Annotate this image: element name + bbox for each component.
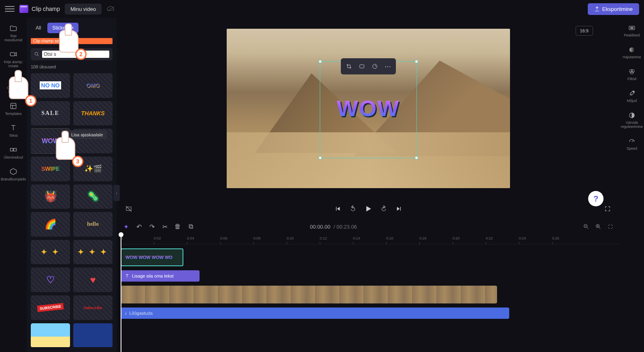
ruler-tick: 0:04 xyxy=(187,236,194,240)
tracks: WOW WOW WOW WO Lisage siia oma tekst ♪ L… xyxy=(117,244,620,323)
preview-canvas[interactable]: WOW xyxy=(227,29,510,188)
svg-point-9 xyxy=(35,52,38,55)
sticker-item[interactable]: ♡ xyxy=(31,267,70,292)
ruler-tick: 0:10 xyxy=(287,236,294,240)
rail-transitions[interactable]: Üleminekud xyxy=(2,146,25,159)
clip-audio[interactable]: ♪ Lõõgastuda xyxy=(121,307,509,319)
duplicate-icon[interactable]: ⧉ xyxy=(187,223,194,230)
filter-icon xyxy=(628,68,635,75)
rail-fade[interactable]: Hajutamine xyxy=(623,46,641,59)
brand-icon xyxy=(9,168,17,176)
zoom-in-icon[interactable] xyxy=(595,223,602,230)
captions-icon: CC xyxy=(628,24,635,32)
redo-icon[interactable]: ↷ xyxy=(148,223,155,230)
project-name-input[interactable]: Minu video xyxy=(65,4,102,15)
rail-color[interactable]: Värvide reguleerimine xyxy=(620,112,644,129)
sticker-item[interactable]: ✦ ✦ xyxy=(31,240,70,265)
ruler-tick: 0:18 xyxy=(419,236,427,240)
rail-your-media[interactable]: Teie meediumid xyxy=(0,24,27,42)
zoom-out-icon[interactable] xyxy=(582,223,590,230)
preview-toolbar: ⋯ xyxy=(341,58,396,74)
help-button[interactable]: ? xyxy=(588,191,604,206)
time-display: 00:00.00 / 00:23.06 xyxy=(310,224,357,230)
undo-icon[interactable]: ↶ xyxy=(135,223,142,230)
sticker-wow-overlay: WOW xyxy=(337,95,400,121)
sticker-item[interactable]: THANKS xyxy=(73,101,113,126)
rail-text[interactable]: Tekst xyxy=(7,124,19,138)
svg-point-12 xyxy=(372,64,377,69)
ai-sparkle-icon[interactable]: ✦ xyxy=(122,223,130,230)
ruler-tick: 0:08 xyxy=(253,236,261,240)
sticker-item[interactable]: ✦ ✦ ✦ xyxy=(73,240,113,265)
sticker-item[interactable]: Subscribe xyxy=(73,295,113,320)
ruler-tick: 0:24 xyxy=(519,236,526,240)
sticker-item[interactable]: hello xyxy=(73,212,113,237)
timeline-toolbar: ✦ ↶ ↷ ✂ 🗑 ⧉ 00:00.00 / 00:23.06 xyxy=(117,218,620,235)
sticker-item[interactable] xyxy=(73,323,113,347)
preview-area: 16:9 ⋯ WOW xyxy=(117,18,620,218)
app-name: Clip champ xyxy=(32,6,60,12)
selection-box[interactable]: WOW xyxy=(320,61,417,158)
sticker-item[interactable]: 🦠 xyxy=(73,184,113,209)
clip-sticker[interactable]: WOW WOW WOW WO xyxy=(121,248,183,266)
timeline-ruler[interactable]: 00:020:040:060:080:100:120:140:160:180:2… xyxy=(121,235,620,244)
ruler-tick: 0:12 xyxy=(320,236,327,240)
app-logo[interactable]: Clip champ xyxy=(19,5,60,13)
delete-icon[interactable]: 🗑 xyxy=(174,223,181,230)
rail-filters[interactable]: Filtrid xyxy=(627,68,636,81)
sticker-item[interactable]: NO NO xyxy=(31,73,70,98)
rail-speed[interactable]: Speed xyxy=(627,138,637,151)
fit-icon[interactable] xyxy=(356,61,368,72)
resize-handle[interactable] xyxy=(415,156,418,159)
resize-handle[interactable] xyxy=(319,60,322,63)
watermark-toggle-icon[interactable] xyxy=(125,205,133,213)
svg-point-24 xyxy=(629,47,634,52)
rail-effects[interactable]: Mõjud xyxy=(627,90,637,103)
export-button[interactable]: Eksportimine xyxy=(588,3,639,15)
split-icon[interactable]: ✂ xyxy=(161,223,168,230)
skip-start-icon[interactable] xyxy=(334,205,342,213)
svg-text:CC: CC xyxy=(630,27,633,29)
crop-icon[interactable] xyxy=(343,61,355,72)
resize-handle[interactable] xyxy=(319,156,322,159)
sticker-item[interactable]: OMG xyxy=(73,73,113,98)
sticker-item[interactable]: SUBSCRIBE xyxy=(31,295,70,320)
play-icon[interactable] xyxy=(364,205,372,213)
sticker-item[interactable]: 👹 xyxy=(31,184,70,209)
rail-record-create[interactable]: Kirje &amp; create xyxy=(0,50,27,68)
fullscreen-icon[interactable] xyxy=(604,205,612,213)
zoom-fit-icon[interactable] xyxy=(607,223,614,230)
tab-all[interactable]: All xyxy=(31,23,46,33)
music-icon: ♪ xyxy=(125,311,127,316)
rail-captions[interactable]: CC Pealdised xyxy=(624,24,640,37)
more-icon[interactable]: ⋯ xyxy=(382,61,393,72)
sticker-item[interactable] xyxy=(31,323,70,347)
ruler-tick: 0:22 xyxy=(486,236,493,240)
sticker-item[interactable]: ♥ xyxy=(73,267,113,292)
menu-icon[interactable] xyxy=(5,4,15,14)
pip-icon[interactable] xyxy=(369,61,380,72)
cloud-sync-icon[interactable] xyxy=(106,6,115,12)
sticker-item[interactable]: 🌈 xyxy=(31,212,70,237)
fade-icon xyxy=(628,46,635,53)
transition-icon xyxy=(9,146,17,154)
rail-brand-kit[interactable]: Brändikomplekt xyxy=(0,168,28,181)
playhead[interactable] xyxy=(121,235,121,352)
color-icon xyxy=(628,112,635,119)
sticker-item[interactable]: SALE xyxy=(31,101,70,126)
forward-icon[interactable] xyxy=(380,205,388,213)
ruler-tick: 0:26 xyxy=(552,236,559,240)
svg-line-29 xyxy=(632,141,633,142)
clip-text[interactable]: Lisage siia oma tekst xyxy=(121,270,200,282)
search-icon xyxy=(34,51,40,57)
text-icon xyxy=(125,274,130,278)
rewind-icon[interactable] xyxy=(349,205,357,213)
skip-end-icon[interactable] xyxy=(395,205,403,213)
resize-handle[interactable] xyxy=(415,60,418,63)
clip-video[interactable] xyxy=(121,286,497,303)
timeline-area: ✦ ↶ ↷ ✂ 🗑 ⧉ 00:00.00 / 00:23.06 00:020:0… xyxy=(117,218,620,352)
panel-collapse-button[interactable]: ‹ xyxy=(113,185,120,201)
annotation-pointer-2: 2 xyxy=(59,30,83,58)
ruler-tick: 0:02 xyxy=(154,236,161,240)
svg-rect-7 xyxy=(11,148,13,151)
